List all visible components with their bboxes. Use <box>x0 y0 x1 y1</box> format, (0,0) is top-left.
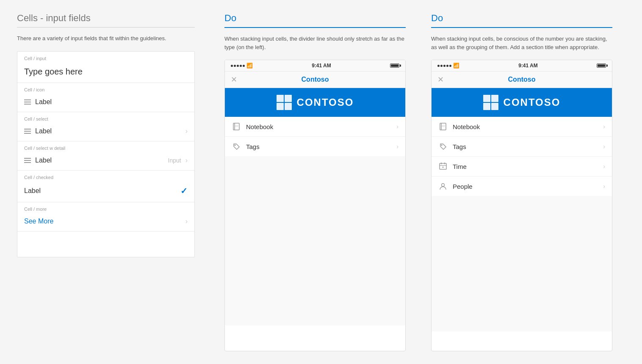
empty-area <box>17 232 194 257</box>
right-list-chevron-2: › <box>603 143 605 150</box>
right-list-chevron-1: › <box>603 123 605 130</box>
close-icon[interactable]: ✕ <box>231 75 237 84</box>
cell-more-row[interactable]: See More › <box>17 213 194 231</box>
title-divider <box>17 27 195 28</box>
notebook-icon <box>232 122 241 131</box>
list-item[interactable]: Time › <box>432 157 612 176</box>
status-time: 9:41 AM <box>312 63 331 69</box>
left-panel: Cells - input fields There are a variety… <box>17 13 212 351</box>
right-tags-icon <box>438 142 448 151</box>
right-notebook-label: Notebook <box>453 123 598 130</box>
right-list: Notebook › Tags › <box>432 117 612 196</box>
list-chevron-icon-2: › <box>396 143 398 150</box>
cell-select-detail-section: Cell / select w detail Label Input › <box>17 141 194 171</box>
cell-more-label: Cell / more <box>17 202 194 213</box>
cell-input-row[interactable]: Type goes here <box>17 63 194 83</box>
checkmark-icon: ✓ <box>180 186 188 196</box>
right-do-divider <box>431 27 612 28</box>
cell-input-section: Cell / input Type goes here <box>17 52 194 83</box>
list-item[interactable]: Notebook › <box>432 117 612 137</box>
middle-brand-header: CONTOSO <box>225 88 405 117</box>
middle-list: Notebook › Tags › <box>225 117 405 156</box>
hamburger-icon-3 <box>24 158 31 163</box>
right-do-title: Do <box>431 13 612 24</box>
svg-point-14 <box>443 167 444 168</box>
middle-do-divider <box>224 27 406 28</box>
right-status-left: 📶 <box>437 63 459 69</box>
chevron-icon-3: › <box>185 218 188 225</box>
middle-description: When stacking input cells, the divider l… <box>224 35 406 51</box>
cell-select-text: Label <box>35 127 181 135</box>
right-list-chevron-3: › <box>603 163 605 170</box>
right-phone-mockup: 📶 9:41 AM ✕ Contoso CONTOSO <box>431 60 612 351</box>
time-icon <box>438 162 448 171</box>
chevron-icon: › <box>185 127 188 135</box>
list-item[interactable]: People › <box>432 176 612 196</box>
right-contoso-logo-icon <box>483 95 498 110</box>
cell-icon-row[interactable]: Label <box>17 94 194 112</box>
cell-icon-text: Label <box>35 98 188 106</box>
people-icon <box>438 182 448 191</box>
cell-more-section: Cell / more See More › <box>17 202 194 232</box>
list-item[interactable]: Tags › <box>432 137 612 157</box>
cell-select-label: Cell / select <box>17 112 194 123</box>
list-chevron-icon: › <box>396 123 398 130</box>
hamburger-icon-2 <box>24 129 31 134</box>
right-status-bar: 📶 9:41 AM <box>432 60 612 72</box>
right-notebook-icon <box>438 122 448 131</box>
cell-detail-value: Input <box>168 157 181 164</box>
cell-checked-row[interactable]: Label ✓ <box>17 182 194 202</box>
wifi-icon: 📶 <box>246 63 253 69</box>
list-item[interactable]: Notebook › <box>225 117 405 137</box>
notebook-label: Notebook <box>246 123 391 130</box>
cell-input-label: Cell / input <box>17 52 194 63</box>
people-label: People <box>453 183 598 190</box>
right-battery-icon <box>597 63 606 68</box>
phone-empty-body <box>225 156 405 325</box>
middle-brand-name: CONTOSO <box>297 97 354 108</box>
list-item[interactable]: Tags › <box>225 137 405 156</box>
cell-checked-section: Cell / checked Label ✓ <box>17 171 194 202</box>
middle-panel: Do When stacking input cells, the divide… <box>212 13 418 351</box>
svg-point-9 <box>441 145 443 146</box>
right-wifi-icon: 📶 <box>453 63 459 69</box>
cell-checked-label: Cell / checked <box>17 171 194 182</box>
page-title: Cells - input fields <box>17 13 195 24</box>
status-left: 📶 <box>231 63 253 69</box>
cell-select-row[interactable]: Label › <box>17 123 194 141</box>
cell-select-section: Cell / select Label › <box>17 112 194 141</box>
right-panel: Do When stacking input cells, be conscio… <box>418 13 625 351</box>
chevron-icon-2: › <box>185 157 188 164</box>
right-brand-header: CONTOSO <box>432 88 612 117</box>
tags-icon <box>232 142 241 151</box>
svg-point-4 <box>235 145 236 146</box>
right-brand-name: CONTOSO <box>504 97 561 108</box>
cell-icon-label: Cell / icon <box>17 83 194 94</box>
right-nav-title: Contoso <box>508 76 536 83</box>
signal-dots <box>231 65 245 67</box>
middle-do-title: Do <box>224 13 406 24</box>
hamburger-icon <box>24 99 31 105</box>
cell-select-detail-label: Cell / select w detail <box>17 141 194 152</box>
right-phone-empty-body <box>432 196 612 331</box>
middle-phone-mockup: 📶 9:41 AM ✕ Contoso CONTOSO <box>224 60 406 351</box>
cell-input-text: Type goes here <box>24 67 83 77</box>
time-label: Time <box>453 163 598 170</box>
right-list-chevron-4: › <box>603 183 605 190</box>
cell-select-detail-text: Label <box>35 157 164 164</box>
svg-point-15 <box>442 184 445 187</box>
tags-label: Tags <box>246 143 391 150</box>
right-tags-label: Tags <box>453 143 598 150</box>
cell-icon-section: Cell / icon Label <box>17 83 194 112</box>
page-description: There are a variety of input fields that… <box>17 34 195 43</box>
right-close-icon[interactable]: ✕ <box>437 75 444 84</box>
middle-status-bar: 📶 9:41 AM <box>225 60 405 72</box>
cell-examples-container: Cell / input Type goes here Cell / icon … <box>17 51 195 257</box>
cell-checked-text: Label <box>24 187 176 195</box>
right-status-time: 9:41 AM <box>518 63 538 69</box>
contoso-logo-icon <box>277 95 292 110</box>
cell-select-detail-row[interactable]: Label Input › <box>17 152 194 170</box>
svg-rect-10 <box>440 163 446 169</box>
see-more-text: See More <box>24 218 181 225</box>
middle-nav-bar: ✕ Contoso <box>225 72 405 88</box>
